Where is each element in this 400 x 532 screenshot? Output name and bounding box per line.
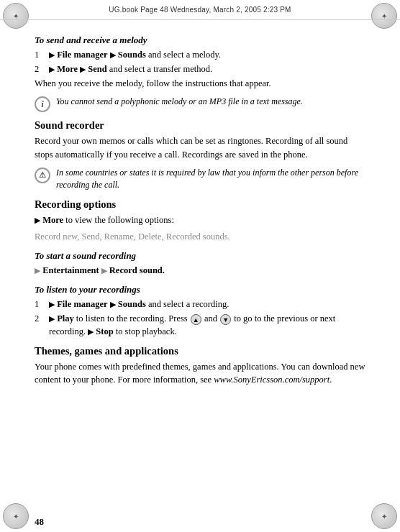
recording-options-menu: Record new, Send, Rename, Delete, Record… bbox=[35, 230, 365, 243]
step-item: 2 ▶ More ▶ Send and select a transfer me… bbox=[35, 63, 365, 75]
listen-recordings-heading: To listen to your recordings bbox=[35, 284, 365, 295]
step-content: ▶ File manager ▶ Sounds and select a rec… bbox=[49, 298, 365, 311]
note-text-2: In some countries or states it is requir… bbox=[56, 167, 365, 192]
step-content: ▶ More ▶ Send and select a transfer meth… bbox=[49, 63, 365, 75]
step-item: 2 ▶ Play to listen to the recording. Pre… bbox=[35, 312, 365, 338]
main-content: To send and receive a melody 1 ▶ File ma… bbox=[35, 20, 365, 512]
header-bar: UG.book Page 48 Wednesday, March 2, 2005… bbox=[0, 0, 400, 20]
send-receive-aftertext: When you receive the melody, follow the … bbox=[35, 77, 365, 90]
step-num: 1 bbox=[35, 48, 45, 61]
btn-circle-down: ▼ bbox=[220, 314, 231, 325]
step-num: 2 bbox=[35, 312, 45, 338]
themes-games-heading: Themes, games and applications bbox=[35, 345, 365, 357]
themes-games-body: Your phone comes with predefined themes,… bbox=[35, 360, 365, 386]
btn-circle-up: ▲ bbox=[191, 314, 201, 325]
arrow-icon: ▶ bbox=[49, 65, 55, 73]
start-recording-line: ▶ Entertainment ▶ Record sound. bbox=[35, 264, 365, 277]
arrow-icon: ▶ bbox=[49, 50, 55, 59]
recording-options-body: ▶ More to view the following options: bbox=[35, 214, 365, 226]
sound-recorder-heading: Sound recorder bbox=[35, 119, 365, 132]
step-content: ▶ Play to listen to the recording. Press… bbox=[49, 312, 365, 338]
step-num: 1 bbox=[35, 298, 45, 311]
corner-decoration-br bbox=[371, 503, 397, 529]
page-container: UG.book Page 48 Wednesday, March 2, 2005… bbox=[0, 0, 400, 532]
note-box-1: i You cannot send a polyphonic melody or… bbox=[35, 96, 365, 112]
step-item: 1 ▶ File manager ▶ Sounds and select a r… bbox=[35, 298, 365, 311]
note-text-1: You cannot send a polyphonic melody or a… bbox=[56, 96, 365, 108]
info-icon: i bbox=[35, 96, 50, 112]
step-num: 2 bbox=[35, 63, 45, 75]
start-recording-heading: To start a sound recording bbox=[35, 250, 365, 262]
page-number: 48 bbox=[35, 516, 44, 528]
listen-steps: 1 ▶ File manager ▶ Sounds and select a r… bbox=[35, 298, 365, 338]
sound-recorder-body: Record your own memos or calls which can… bbox=[35, 134, 365, 160]
send-receive-steps: 1 ▶ File manager ▶ Sounds and select a m… bbox=[35, 48, 365, 75]
step-item: 1 ▶ File manager ▶ Sounds and select a m… bbox=[35, 48, 365, 61]
header-text: UG.book Page 48 Wednesday, March 2, 2005… bbox=[109, 6, 291, 14]
corner-decoration-bl bbox=[3, 503, 29, 529]
step-content: ▶ File manager ▶ Sounds and select a mel… bbox=[49, 48, 365, 61]
recording-options-heading: Recording options bbox=[35, 198, 365, 211]
warning-icon: ⚠ bbox=[35, 168, 50, 183]
send-receive-heading: To send and receive a melody bbox=[35, 35, 365, 46]
note-box-2: ⚠ In some countries or states it is requ… bbox=[35, 167, 365, 192]
